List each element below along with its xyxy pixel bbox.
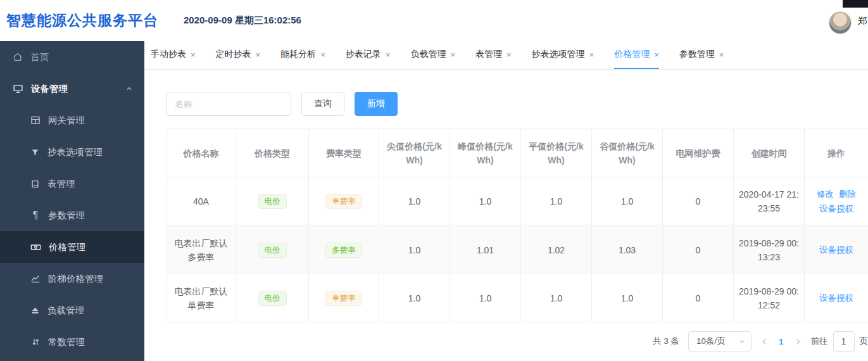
column-header: 费率类型	[309, 129, 379, 177]
next-page-icon[interactable]	[794, 338, 802, 346]
cell-price-type: 电价	[236, 226, 309, 274]
page-size-value: 10条/页	[696, 336, 726, 347]
cell-sharp-price: 1.0	[379, 226, 450, 274]
toolbar: 查询 新增	[166, 92, 868, 116]
goto-page-input[interactable]	[833, 331, 855, 352]
device-authorize-link[interactable]: 设备授权	[819, 202, 853, 216]
sidebar-item-constant-management[interactable]: 常数管理	[0, 326, 144, 358]
sidebar-item-label: 抄表选项管理	[47, 146, 103, 158]
sidebar-item-label: 阶梯价格管理	[48, 273, 103, 285]
column-header: 创建时间	[734, 129, 805, 177]
device-management-submenu: 网关管理 抄表选项管理 表管理 ¶ 参数管理 价格管理 阶梯价格管理	[0, 104, 144, 358]
tab-manual-reading[interactable]: 手动抄表×	[151, 41, 196, 69]
cell-rate-type: 多费率	[309, 226, 379, 274]
tab-label: 手动抄表	[151, 49, 186, 60]
goto-label: 前往	[811, 336, 828, 347]
book-icon	[30, 179, 40, 189]
sidebar-item-load-management[interactable]: 负载管理	[0, 294, 144, 326]
sidebar-item-label: 首页	[30, 51, 49, 63]
price-table: 价格名称 价格类型 费率类型 尖值价格(元/kWh) 峰值价格(元/kWh) 平…	[166, 129, 868, 322]
user-avatar[interactable]	[829, 11, 852, 34]
tab-meter-management[interactable]: 表管理×	[475, 41, 512, 69]
pagination-bar: 共 3 条 10条/页 1 前往 页	[166, 331, 868, 352]
tab-close-icon[interactable]: ×	[256, 50, 261, 60]
app-window: 智慧能源公共服务平台 2020-09-09 星期三16:02:56 郑 首页 设…	[0, 0, 868, 361]
cell-actions: 设备授权	[805, 226, 868, 274]
tab-close-icon[interactable]: ×	[386, 50, 391, 60]
tab-reading-options-management[interactable]: 抄表选项管理×	[532, 41, 594, 69]
sidebar-nav: 首页 设备管理 网关管理 抄表选项管理 表管理 ¶ 参数管理	[0, 41, 144, 361]
page-jumper: 前往 页	[811, 331, 868, 352]
tab-load-management[interactable]: 负载管理×	[410, 41, 455, 69]
column-header: 电网维护费	[663, 129, 734, 177]
page-number[interactable]: 1	[779, 337, 784, 346]
sidebar-item-label: 常数管理	[48, 336, 85, 348]
sidebar-item-meter-management[interactable]: 表管理	[0, 168, 144, 200]
tab-label: 抄表记录	[346, 49, 381, 60]
sidebar-item-gateway-management[interactable]: 网关管理	[0, 104, 144, 136]
price-type-badge: 电价	[258, 291, 287, 306]
tab-label: 抄表选项管理	[532, 49, 585, 60]
tab-close-icon[interactable]: ×	[450, 50, 455, 60]
sort-arrows-icon	[30, 337, 41, 347]
column-header: 价格名称	[167, 129, 236, 177]
grid-icon	[30, 115, 41, 125]
line-chart-icon	[30, 274, 41, 284]
tab-reading-records[interactable]: 抄表记录×	[346, 41, 391, 69]
pilcrow-icon: ¶	[30, 210, 41, 220]
content-panel: 查询 新增 价格名称 价格类型 费率类型 尖值价格(元/kWh)	[144, 70, 868, 352]
tab-close-icon[interactable]: ×	[654, 50, 659, 60]
sidebar-group-device-management[interactable]: 设备管理	[0, 73, 144, 104]
delete-link[interactable]: 删除	[839, 187, 856, 201]
prev-page-icon[interactable]	[760, 338, 769, 346]
tab-close-icon[interactable]: ×	[589, 50, 594, 60]
cell-peak-price: 1.01	[450, 226, 521, 274]
datetime-display: 2020-09-09 星期三16:02:56	[184, 15, 301, 27]
tab-close-icon[interactable]: ×	[320, 50, 325, 60]
cell-price-type: 电价	[236, 274, 309, 322]
cell-valley-price: 1.0	[592, 274, 663, 322]
tab-scheduled-reading[interactable]: 定时抄表×	[216, 41, 261, 69]
tab-label: 能耗分析	[280, 49, 316, 60]
chevron-up-icon	[125, 85, 133, 92]
cell-price-type: 电价	[236, 177, 309, 226]
rate-type-badge: 多费率	[325, 243, 362, 258]
tab-energy-analysis[interactable]: 能耗分析×	[280, 41, 325, 69]
sidebar-item-label: 价格管理	[49, 241, 85, 253]
cell-flat-price: 1.0	[521, 274, 592, 322]
cell-maintenance-fee: 0	[663, 274, 734, 322]
sidebar-group-label: 设备管理	[31, 83, 68, 95]
tab-parameter-management[interactable]: 参数管理×	[679, 41, 724, 69]
cell-actions: 修改删除设备授权	[805, 177, 868, 226]
banknote-icon	[30, 242, 41, 253]
column-header: 尖值价格(元/kWh)	[379, 129, 450, 177]
cell-flat-price: 1.02	[521, 226, 592, 274]
price-type-badge: 电价	[258, 243, 287, 258]
sidebar-item-price-management[interactable]: 价格管理	[0, 231, 144, 263]
total-count: 共 3 条	[653, 336, 679, 347]
sidebar-item-home[interactable]: 首页	[0, 41, 144, 73]
tab-label: 定时抄表	[216, 49, 251, 60]
query-button[interactable]: 查询	[301, 92, 344, 116]
tab-close-icon[interactable]: ×	[506, 50, 512, 60]
sidebar-item-parameter-management[interactable]: ¶ 参数管理	[0, 200, 144, 231]
page-size-select[interactable]: 10条/页	[688, 331, 752, 352]
tab-close-icon[interactable]: ×	[719, 50, 724, 60]
add-button[interactable]: 新增	[355, 92, 398, 116]
sidebar-item-label: 表管理	[47, 178, 75, 190]
cell-sharp-price: 1.0	[379, 274, 450, 322]
sidebar-item-reading-options-management[interactable]: 抄表选项管理	[0, 136, 144, 168]
monitor-icon	[13, 84, 23, 94]
edit-link[interactable]: 修改	[817, 187, 834, 201]
tab-price-management[interactable]: 价格管理×	[614, 41, 659, 69]
cell-peak-price: 1.0	[450, 274, 521, 322]
tab-close-icon[interactable]: ×	[191, 50, 196, 60]
cell-created-time: 2019-08-29 00:13:23	[734, 226, 805, 274]
sidebar-item-tiered-price-management[interactable]: 阶梯价格管理	[0, 263, 144, 294]
table-row: 40A 电价 单费率 1.0 1.0 1.0 1.0 0 2020-04-17 …	[167, 177, 868, 226]
price-type-badge: 电价	[258, 194, 287, 209]
device-authorize-link[interactable]: 设备授权	[819, 291, 853, 305]
device-authorize-link[interactable]: 设备授权	[819, 243, 853, 257]
table-row: 电表出厂默认多费率 电价 多费率 1.0 1.01 1.02 1.03 0 20…	[167, 226, 868, 274]
search-input[interactable]	[166, 92, 291, 116]
